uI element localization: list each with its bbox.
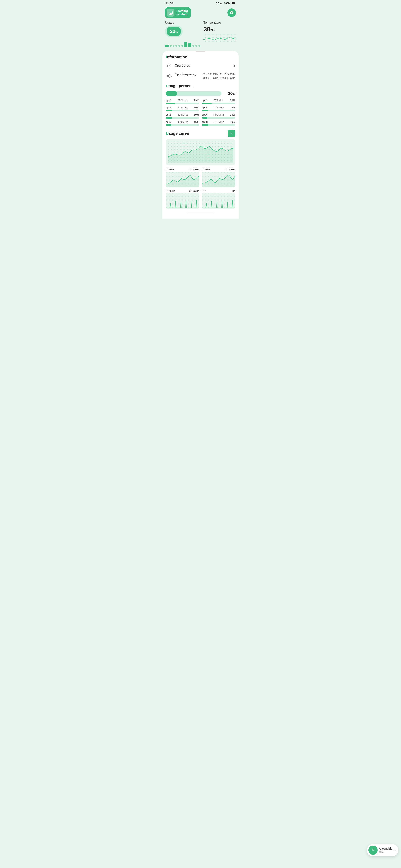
mini-chart4-box [202,193,235,209]
cpu1-item: cpu1 672 MHz 29% [166,99,199,104]
cpu-cores-value: 8 [234,64,235,67]
cpu-cores-icon [166,62,173,69]
battery-label: 100% [224,2,230,5]
expand-curve-button[interactable] [228,130,235,137]
cpu2-item: cpu2 672 MHz 29% [202,99,235,104]
mini-chart-3: 614MHz 3.15GHz [166,189,199,209]
floating-window-label: Floatingwindow [176,9,188,16]
cpu3-item: cpu3 614 MHz 19% [166,106,199,111]
mini-chart-2: 672MHz 2.27GHz [202,168,235,187]
information-section: Information [162,55,239,80]
status-icons: 100% [216,2,235,5]
mini-charts-grid: 672MHz 2.27GHz 672MH [166,168,235,209]
mini-chart4-max: Hz [232,189,235,192]
cpu4-item: cpu4 614 MHz 19% [202,106,235,111]
mini-chart3-max: 3.15GHz [189,189,199,192]
mini-chart2-freq: 672MHz [202,168,211,171]
drag-handle[interactable] [196,51,205,52]
svg-point-10 [231,12,233,14]
usage-value: 20 [170,28,175,34]
overall-usage-row: 20% [166,91,235,96]
cpu-stats-header: Usage 20% Temperature 38°C [162,20,239,49]
svg-rect-8 [170,11,171,12]
usage-percent-section: Usage percent 20% cpu1 672 MHz 29% [162,84,239,126]
svg-rect-7 [170,12,172,14]
floating-window-button[interactable]: Floatingwindow [165,7,191,18]
temperature-value: 38°C [203,26,237,33]
mini-chart1-freq: 672MHz [166,168,175,171]
cpu6-item: cpu6 499 MHz 16% [202,113,235,119]
svg-rect-5 [232,2,235,4]
svg-rect-0 [220,3,221,4]
cpu-freq-value: 2 x 2.96 GHz , 2 x 2.27 GHz3 x 3.15 GHz … [203,72,235,80]
main-curve-chart: + [166,139,235,165]
svg-rect-2 [222,2,223,4]
mini-chart-4: 614 Hz [202,189,235,209]
svg-rect-28 [169,75,170,78]
svg-rect-1 [221,3,222,4]
cpu-cores-row: Cpu Cores 8 [166,62,235,69]
cpu5-item: cpu5 614 MHz 19% [166,113,199,119]
usage-curve-section: Usage curve + [162,130,239,209]
mini-chart3-freq: 614MHz [166,189,175,192]
cpu7-item: cpu7 499 MHz 16% [166,121,199,126]
cpu8-item: cpu8 672 MHz 19% [202,121,235,126]
mini-chart2-box [202,172,235,187]
temperature-label: Temperature [203,21,237,25]
svg-rect-3 [223,2,223,4]
battery-icon [231,2,235,5]
mini-chart-1: 672MHz 2.27GHz [166,168,199,187]
mini-chart4-freq: 614 [202,189,206,192]
usage-label: Usage [165,21,200,25]
signal-icon [220,2,223,5]
usage-unit: % [175,31,178,34]
svg-rect-14 [169,65,170,66]
usage-percent-title: Usage percent [166,84,235,88]
cpu1-mhz: 672 MHz [178,99,188,102]
temperature-chart [203,34,237,43]
temperature-section: Temperature 38°C [200,21,237,47]
cpu-frequency-row: Cpu Frequency 2 x 2.96 GHz , 2 x 2.27 GH… [166,72,235,80]
overall-usage-bar [166,91,222,96]
mini-chart2-max: 2.27GHz [225,168,235,171]
overall-usage-value: 20% [223,91,235,96]
home-indicator [188,213,213,213]
usage-section: Usage 20% [165,21,200,47]
mini-chart1-box [166,172,199,187]
main-card: Information [162,51,239,218]
overall-usage-fill [166,91,177,96]
status-time: 11:50 [166,2,173,5]
floating-window-icon [167,9,174,17]
mini-chart1-max: 2.27GHz [189,168,199,171]
cpu-freq-label: Cpu Frequency [175,72,196,76]
usage-curve-title: Usage curve [166,131,189,136]
svg-rect-29 [170,76,171,77]
information-title: Information [166,55,235,59]
top-banner: Floatingwindow [162,6,239,20]
cpu1-name: cpu1 [166,99,171,102]
usage-bar-chart [165,40,200,47]
cpu1-pct: 29% [194,99,199,102]
curve-header: Usage curve [166,130,235,137]
status-bar: 11:50 100% [162,0,239,6]
mini-chart3-box [166,193,199,209]
wifi-icon [216,2,219,5]
cpu-grid: cpu1 672 MHz 29% cpu2 672 MHz 29% cpu3 [166,99,235,126]
record-button[interactable] [227,8,236,17]
cpu-freq-icon [166,72,173,80]
svg-rect-27 [167,75,169,77]
cpu-cores-label: Cpu Cores [175,64,190,67]
